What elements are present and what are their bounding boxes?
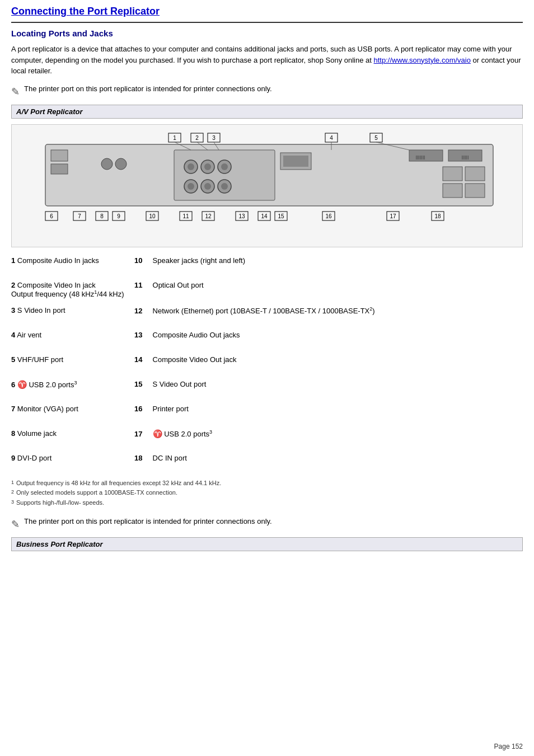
port-18: 18 DC IN port	[134, 454, 523, 462]
footnote-3: 3Supports high-/full-/low- speeds.	[11, 498, 523, 508]
svg-text:12: 12	[205, 213, 212, 219]
svg-rect-11	[51, 150, 68, 161]
port-entries-list: 1 Composite Audio In jacks 10 Speaker ja…	[11, 256, 523, 471]
port-11: 11 Optical Out port	[134, 281, 523, 289]
svg-text:8: 8	[100, 213, 104, 219]
note-text-2: The printer port on this port replicator…	[24, 517, 272, 525]
svg-text:10: 10	[149, 213, 156, 219]
av-port-replicator-label: A/V Port Replicator	[11, 105, 523, 119]
svg-text:9: 9	[117, 213, 120, 219]
svg-rect-30	[409, 150, 443, 161]
svg-rect-12	[51, 164, 68, 174]
svg-text:15: 15	[278, 213, 284, 219]
port-1: 1 Composite Audio In jacks	[11, 256, 134, 265]
svg-text:17: 17	[390, 213, 396, 219]
port-row-6-15: 6 ♈ USB 2.0 ports3 15 S Video Out port	[11, 380, 523, 397]
diagram-svg: 1 2 3 4 5	[17, 130, 521, 242]
port-16: 16 Printer port	[134, 405, 523, 413]
port-row-8-17: 8 Volume jack 17 ♈ USB 2.0 ports3	[11, 429, 523, 446]
section-title: Locating Ports and Jacks	[11, 29, 523, 38]
port-7: 7 Monitor (VGA) port	[11, 405, 134, 413]
port-row-7-16: 7 Monitor (VGA) port 16 Printer port	[11, 405, 523, 421]
port-row-3-12: 3 S Video In port 12 Network (Ethernet) …	[11, 306, 523, 323]
svg-text:2: 2	[195, 135, 199, 141]
note-box-1: ✎ The printer port on this port replicat…	[11, 84, 523, 98]
port-12: 12 Network (Ethernet) port (10BASE-T / 1…	[134, 306, 523, 315]
footnote-1: 1Output frequency is 48 kHz for all freq…	[11, 478, 523, 489]
svg-rect-37	[465, 184, 485, 198]
port-14: 14 Composite Video Out jack	[134, 355, 523, 364]
svg-point-17	[188, 163, 194, 170]
svg-text:18: 18	[434, 213, 441, 219]
svg-text:11: 11	[182, 213, 189, 219]
svg-point-13	[101, 158, 113, 170]
svg-text:13: 13	[238, 213, 245, 219]
svg-text:7: 7	[78, 213, 81, 219]
svg-point-25	[204, 183, 211, 190]
svg-text:||||||||: ||||||||	[416, 154, 425, 159]
svg-rect-29	[283, 156, 308, 167]
port-diagram: 1 2 3 4 5	[11, 124, 523, 247]
svg-point-27	[221, 183, 228, 190]
note-text-1: The printer port on this port replicator…	[24, 84, 272, 93]
port-9: 9 DVI-D port	[11, 454, 134, 462]
port-3: 3 S Video In port	[11, 306, 134, 314]
port-row-2-11: 2 Composite Video In jack Output frequen…	[11, 281, 523, 298]
svg-text:6: 6	[50, 213, 53, 219]
svg-point-14	[115, 158, 127, 170]
svg-text:1: 1	[173, 135, 176, 141]
intro-paragraph: A port replicator is a device that attac…	[11, 44, 523, 77]
svg-rect-35	[465, 167, 485, 181]
note-icon-2: ✎	[11, 518, 20, 530]
svg-rect-34	[443, 167, 462, 181]
svg-point-21	[221, 163, 228, 170]
page-title: Connecting the Port Replicator	[11, 6, 523, 17]
port-row-1-10: 1 Composite Audio In jacks 10 Speaker ja…	[11, 256, 523, 273]
port-6: 6 ♈ USB 2.0 ports3	[11, 380, 134, 389]
business-port-replicator-label: Business Port Replicator	[11, 537, 523, 551]
note-icon-1: ✎	[11, 86, 20, 98]
port-10: 10 Speaker jacks (right and left)	[134, 256, 523, 265]
svg-text:5: 5	[374, 135, 378, 141]
footnote-2: 2Only selected models support a 1000BASE…	[11, 488, 523, 498]
port-4: 4 Air vent	[11, 331, 134, 339]
footnotes: 1Output frequency is 48 kHz for all freq…	[11, 478, 523, 508]
port-5: 5 VHF/UHF port	[11, 355, 134, 364]
port-15: 15 S Video Out port	[134, 380, 523, 388]
page-number: Page 152	[494, 743, 523, 750]
note-box-2: ✎ The printer port on this port replicat…	[11, 517, 523, 530]
port-8: 8 Volume jack	[11, 429, 134, 438]
svg-point-23	[188, 183, 194, 190]
port-row-5-14: 5 VHF/UHF port 14 Composite Video Out ja…	[11, 355, 523, 372]
port-2: 2 Composite Video In jack Output frequen…	[11, 281, 134, 298]
svg-rect-36	[443, 184, 462, 198]
svg-text:4: 4	[330, 135, 333, 141]
port-17: 17 ♈ USB 2.0 ports3	[134, 429, 523, 438]
vaio-link[interactable]: http://www.sonystyle.com/vaio	[374, 56, 471, 64]
port-13: 13 Composite Audio Out jacks	[134, 331, 523, 339]
port-row-4-13: 4 Air vent 13 Composite Audio Out jacks	[11, 331, 523, 348]
svg-text:14: 14	[261, 213, 268, 219]
svg-text:3: 3	[212, 135, 216, 141]
svg-text:||||||: ||||||	[462, 154, 469, 159]
port-row-9-18: 9 DVI-D port 18 DC IN port	[11, 454, 523, 471]
svg-point-19	[204, 163, 211, 170]
svg-text:16: 16	[325, 213, 332, 219]
